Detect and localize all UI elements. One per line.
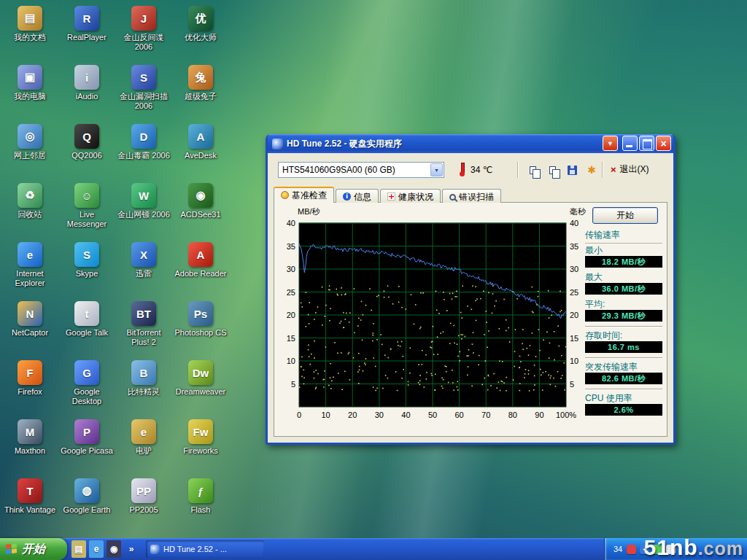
desktop-icon[interactable]: PPPP2005 (117, 478, 171, 515)
browser-icon[interactable]: e (89, 540, 104, 558)
desktop-icon[interactable]: AAveDesk (174, 124, 228, 160)
stats-divider (585, 389, 662, 390)
desktop-icon[interactable]: RRealPlayer (60, 6, 114, 42)
desktop-icon[interactable]: ▤我的文档 (3, 6, 57, 42)
desktop-icon[interactable]: 优优化大师 (174, 6, 228, 42)
media-player-icon[interactable]: ◉ (107, 540, 121, 558)
quick-launch: ▤e◉» (71, 540, 139, 558)
task-label: HD Tune 2.52 - ... (163, 545, 227, 553)
messenger-icon: ☺ (74, 183, 99, 208)
hdtune-app-icon (272, 139, 283, 149)
watermark-main: 51nb (644, 535, 698, 559)
desktop-icon[interactable]: J金山反间谍 2006 (117, 6, 171, 52)
show-desktop-icon[interactable]: ▤ (71, 540, 86, 558)
desktop-icon-label: 超级兔子 (174, 92, 228, 101)
stat-label: CPU 使用率 (585, 393, 662, 403)
desktop-icon[interactable]: SSkype (60, 242, 114, 279)
options-button[interactable]: ✱ (584, 162, 600, 178)
desktop-icon-label: Photoshop CS (174, 328, 228, 338)
copy-text-button[interactable] (525, 162, 541, 178)
desktop-icon[interactable]: ◍Google Earth (60, 478, 114, 515)
minimize-button[interactable] (622, 136, 638, 151)
svg-text:50: 50 (428, 411, 437, 419)
desktop-icon[interactable]: D金山毒霸 2006 (117, 124, 171, 160)
desktop-icon-label: Google Desktop (60, 387, 114, 406)
desktop-icon-label: iAudio (60, 92, 114, 101)
desktop-icon[interactable]: QQQ2006 (60, 124, 114, 160)
tab-健康状况[interactable]: 健康状况 (380, 189, 441, 203)
minimize-to-tray-button[interactable]: ▼ (603, 136, 618, 151)
maximize-button[interactable] (639, 136, 654, 151)
desktop-icon[interactable]: AAdobe Reader (174, 242, 228, 279)
desktop-icon[interactable]: DwDreamweaver (174, 360, 228, 397)
desktop-icon[interactable]: MMaxthon (3, 419, 57, 456)
desktop-icon[interactable]: B比特精灵 (117, 360, 171, 397)
svg-text:35: 35 (287, 242, 295, 251)
gdesktop-icon: G (74, 360, 99, 385)
toolbar-separator (517, 162, 519, 178)
watermark: 51nb.com (644, 535, 743, 560)
exit-label: 退出(X) (620, 163, 649, 176)
adobe-reader-icon: A (188, 242, 213, 267)
stat-value: 29.3 MB/秒 (585, 310, 662, 322)
desktop-icon[interactable]: S金山漏洞扫描 2006 (117, 65, 171, 111)
tab-基准检查[interactable]: 基准检查 (274, 187, 334, 203)
start-button[interactable]: 开始 (0, 538, 67, 560)
tray-temperature: 34 (614, 545, 622, 553)
network-places-icon: ◎ (18, 124, 42, 149)
tab-信息[interactable]: 信息 (336, 189, 379, 203)
close-button[interactable]: × (656, 136, 671, 151)
desktop-icon[interactable]: BTBitTorrent Plus! 2 (117, 301, 171, 347)
desktop-icon[interactable]: PsPhotoshop CS (174, 301, 228, 338)
desktop-icon[interactable]: TThink Vantage (3, 478, 57, 515)
desktop-icon[interactable]: ☺Live Messenger (60, 183, 114, 229)
acdsee-icon: ◉ (188, 183, 213, 208)
desktop-icon[interactable]: PGoogle Picasa (60, 419, 114, 456)
copy-image-button[interactable] (544, 162, 560, 178)
desktop-icon[interactable]: W金山网镖 2006 (117, 183, 171, 219)
desktop-icon[interactable]: NNetCaptor (3, 301, 57, 338)
desktop-icon[interactable]: X迅雷 (117, 242, 171, 279)
tab-错误扫描[interactable]: 错误扫描 (442, 189, 501, 203)
thinkvantage-icon: T (18, 478, 42, 503)
watermark-suffix: .com (698, 538, 743, 559)
desktop-icon[interactable]: ◉ACDSee31 (174, 183, 228, 219)
desktop-icon[interactable]: ♻回收站 (3, 183, 57, 219)
stats-divider (585, 326, 662, 327)
svg-text:25: 25 (287, 288, 295, 297)
desktop-icon[interactable]: e电驴 (117, 419, 171, 456)
tab-label: 信息 (354, 192, 371, 202)
desktop-icon[interactable]: iiAudio (60, 65, 114, 101)
desktop-icon[interactable]: tGoogle Talk (60, 301, 114, 338)
desktop-icon[interactable]: eInternet Explorer (3, 242, 57, 288)
window-titlebar[interactable]: HD Tune 2.52 - 硬盘实用程序 ▼ × (268, 134, 673, 153)
svg-text:25: 25 (570, 288, 578, 297)
desktop-icon-label: Fireworks (174, 446, 228, 456)
kingsoft-scan-icon: S (131, 65, 156, 90)
svg-text:20: 20 (570, 311, 578, 319)
desktop-icon-label: ACDSee31 (174, 210, 228, 219)
svg-text:100%: 100% (556, 411, 576, 419)
benchmark-chart-container: 5510101515202025253030353540400102030405… (274, 203, 592, 430)
desktop-icon[interactable]: ◎网上邻居 (3, 124, 57, 160)
drive-select[interactable]: HTS541060G9SA00 (60 GB) ▼ (278, 162, 444, 178)
desktop-icon[interactable]: FFirefox (3, 360, 57, 397)
maxthon-icon: M (18, 419, 42, 444)
exit-button[interactable]: × 退出(X) (611, 163, 649, 176)
overflow-chevron[interactable]: » (124, 540, 139, 558)
svg-text:80: 80 (508, 411, 517, 419)
desktop-icon-label: 金山毒霸 2006 (117, 151, 171, 160)
svg-text:20: 20 (348, 411, 357, 419)
desktop-icon-label: 金山网镖 2006 (117, 210, 171, 219)
desktop-icon[interactable]: FwFireworks (174, 419, 228, 456)
desktop-icon[interactable]: GGoogle Desktop (60, 360, 114, 406)
tab-strip: 基准检查信息健康状况错误扫描 (274, 187, 503, 203)
save-screenshot-button[interactable] (564, 162, 580, 178)
desktop-icon[interactable]: 兔超级兔子 (174, 65, 228, 101)
chevron-down-icon[interactable]: ▼ (430, 163, 443, 176)
taskbar-task-hdtune[interactable]: HD Tune 2.52 - ... (146, 540, 264, 558)
netcaptor-icon: N (18, 301, 42, 326)
desktop-icon[interactable]: ▣我的电脑 (3, 65, 57, 101)
antivirus-tray-icon[interactable] (627, 545, 636, 554)
desktop-icon[interactable]: ƒFlash (174, 478, 228, 515)
